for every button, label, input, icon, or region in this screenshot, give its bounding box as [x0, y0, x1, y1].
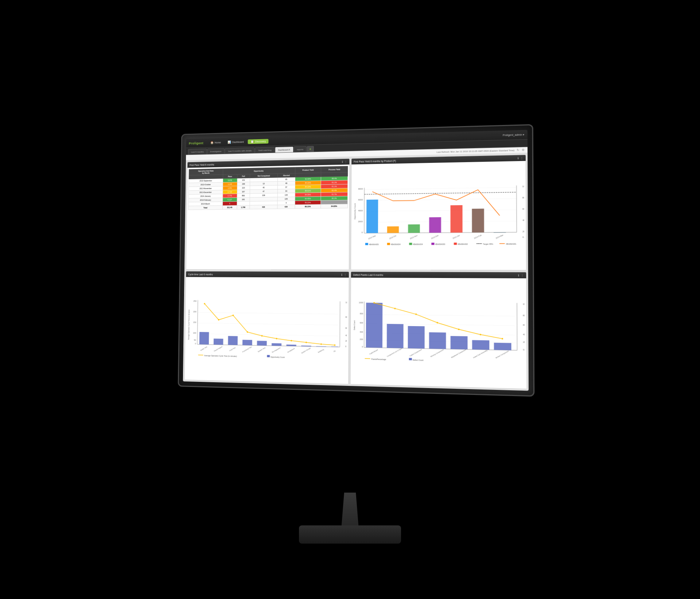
svg-text:Broken Component: Broken Component [495, 350, 509, 359]
svg-line-120 [517, 303, 517, 350]
nav-item-home-label: Home [214, 141, 221, 144]
svg-rect-42 [431, 243, 434, 245]
info-icon-fpy-product[interactable]: ℹ [517, 156, 518, 160]
svg-text:4BH06A003: 4BH06A003 [435, 243, 445, 245]
panel-title-fpy-product: First Pass Yield 6 months by Product (F) [354, 159, 396, 163]
svg-rect-130 [472, 340, 489, 350]
info-icon-defect-pareto[interactable]: ℹ [518, 274, 519, 277]
tab-add[interactable]: + [307, 146, 314, 152]
cell-aborted: 37 [277, 185, 295, 189]
svg-text:150: 150 [193, 321, 197, 323]
svg-text:Missing Component: Missing Component [430, 349, 444, 358]
info-icon-cycle-time[interactable]: ℹ [341, 273, 342, 276]
svg-text:Failed Sub-Assembly: Failed Sub-Assembly [473, 349, 488, 359]
svg-point-135 [436, 322, 438, 324]
svg-text:4BH06A002: 4BH06A002 [458, 243, 468, 245]
svg-text:400: 400 [360, 331, 363, 333]
svg-text:1000: 1000 [359, 301, 363, 304]
svg-line-28 [364, 192, 516, 195]
svg-rect-74 [257, 341, 267, 345]
monitor-stand-base [299, 525, 401, 544]
svg-text:0: 0 [195, 342, 196, 345]
nav-item-discovery[interactable]: 📋 Discovery [248, 139, 269, 144]
svg-rect-24 [429, 217, 441, 233]
nav-item-home[interactable]: 🏠 Home [207, 140, 223, 145]
cell-fail: 167 [237, 190, 250, 194]
svg-text:200: 200 [360, 338, 363, 340]
panel-body-defect-pareto: 1000 800 600 400 200 0 Defect Count 100.… [350, 278, 526, 389]
cell-fail-total: 1,706 [237, 205, 250, 209]
svg-text:60.00%: 60.00% [522, 208, 525, 210]
panel-header-defect-pareto: Defect Pareto Last 6 months ℹ ⋮ [351, 272, 526, 278]
svg-text:10000: 10000 [346, 301, 347, 304]
tab-reports[interactable]: reports [293, 146, 306, 152]
options-icon-fpy-product[interactable]: ⋮ [520, 156, 524, 160]
svg-rect-22 [387, 226, 399, 233]
settings-icon[interactable]: ⚙ [522, 148, 524, 152]
panel-fpy-by-product: First Pass Yield 6 months by Product (F)… [351, 154, 526, 270]
tab-dashboard-a[interactable]: Dashboard A [275, 146, 293, 153]
svg-text:2014-Feb: 2014-Feb [474, 234, 482, 239]
panel-icons-fpy-product: ℹ ⋮ [517, 156, 523, 160]
tab-last-6-months-details[interactable]: Last 6 months with details [225, 148, 255, 154]
svg-text:4BH06A004: 4BH06A004 [413, 243, 423, 245]
svg-text:4BH06A004: 4BH06A004 [391, 243, 401, 245]
cell-aborted-total: 434 [277, 205, 295, 209]
svg-line-15 [364, 210, 517, 211]
panel-body-fpy-product: 8000 6000 4000 2000 0 Opportunity Count … [351, 161, 526, 270]
cell-aborted: 95 [278, 177, 295, 181]
svg-text:100.00%: 100.00% [522, 185, 525, 188]
cell-fail [237, 201, 250, 205]
svg-text:2000: 2000 [345, 340, 347, 342]
svg-point-85 [276, 338, 277, 339]
cell-process-yield-total: 84.83% [321, 204, 347, 208]
svg-line-66 [340, 301, 340, 347]
svg-line-67 [198, 313, 340, 314]
svg-point-134 [415, 313, 417, 315]
svg-line-121 [364, 314, 517, 316]
nav-item-dashboard[interactable]: 📊 Dashboard [225, 140, 246, 145]
tab-last-6-months[interactable]: Last 6 months [188, 149, 207, 155]
cell-fail: 238 [237, 182, 250, 186]
svg-rect-73 [242, 340, 252, 345]
svg-text:600: 600 [360, 322, 363, 324]
defect-pareto-chart: 1000 800 600 400 200 0 Defect Count 100.… [352, 279, 525, 387]
svg-text:Opportunity Count: Opportunity Count [271, 356, 285, 358]
svg-text:Average Operation Cycle Time (: Average Operation Cycle Time (in minutes… [204, 355, 237, 357]
info-icon-fpy[interactable]: ℹ [342, 160, 343, 164]
cell-aborted: 105 [277, 197, 295, 201]
cycle-time-chart: 250 200 150 100 50 0 Average Operation C… [186, 278, 347, 383]
svg-line-65 [197, 300, 198, 344]
refresh-icon[interactable]: ↻ [517, 148, 519, 152]
svg-rect-38 [387, 243, 390, 245]
user-menu[interactable]: Proligent_admin ▾ [503, 133, 525, 137]
svg-rect-40 [409, 243, 412, 245]
svg-rect-44 [454, 243, 457, 245]
dashboard-icon: 📊 [228, 141, 231, 144]
cell-pass-total: 20,145 [222, 205, 237, 210]
col-subheader-aborted: Aborted [278, 173, 295, 178]
svg-rect-76 [287, 345, 296, 346]
svg-text:Failed Board: Failed Board [369, 349, 378, 355]
svg-text:8000: 8000 [358, 188, 363, 190]
col-subheader-fail: Fail [237, 174, 250, 178]
svg-text:4BH06A001: 4BH06A001 [506, 243, 517, 245]
svg-text:ParetoPercentage: ParetoPercentage [372, 358, 386, 360]
options-icon-cycle-time[interactable]: ⋮ [344, 273, 347, 276]
svg-text:2013-Nov: 2013-Nov [410, 234, 418, 239]
svg-text:200: 200 [193, 310, 197, 313]
nav-item-dashboard-label: Dashboard [232, 141, 244, 144]
col-header-process-yield: Process Yield [321, 166, 348, 173]
svg-line-119 [364, 302, 365, 348]
svg-rect-126 [387, 324, 404, 348]
cell-not-completed-total: 415 [249, 205, 277, 209]
tab-yield-watching[interactable]: Yield watching [255, 147, 275, 153]
tab-investigation[interactable]: Investigation [207, 148, 225, 154]
options-icon-defect-pareto[interactable]: ⋮ [521, 274, 524, 277]
options-icon-fpy[interactable]: ⋮ [345, 160, 347, 163]
cell-pass: 1,441 [223, 186, 237, 190]
svg-text:Re-inspection: Re-inspection [272, 347, 281, 353]
svg-text:2000: 2000 [358, 220, 363, 223]
svg-rect-125 [366, 303, 383, 348]
svg-rect-27 [494, 232, 506, 233]
